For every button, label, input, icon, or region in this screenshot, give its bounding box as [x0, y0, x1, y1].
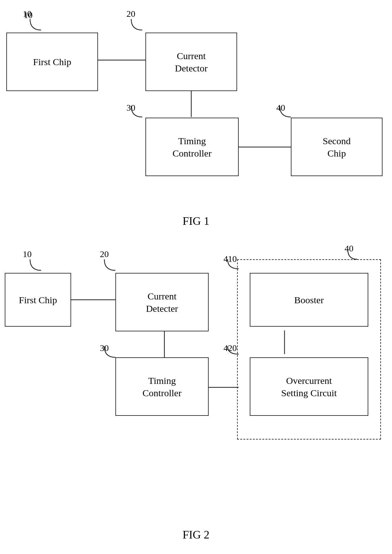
fig2-first-chip-label: First Chip — [19, 294, 57, 306]
fig1-first-chip-label: First Chip — [33, 56, 71, 68]
fig2-overcurrent-block: Overcurrent Setting Circuit — [250, 357, 368, 416]
fig1-first-chip-block: First Chip — [6, 33, 98, 91]
fig1-second-chip-label: Second Chip — [323, 135, 351, 159]
fig1-second-chip-block: Second Chip — [291, 118, 383, 176]
fig1-caption: FIG 1 — [182, 214, 209, 228]
fig1-ref-10: 10 — [23, 9, 32, 19]
fig2-ref-20: 20 — [100, 249, 109, 259]
fig2-ref-10: 10 — [23, 249, 32, 259]
fig2-booster-label: Booster — [294, 294, 324, 306]
fig2-ref-30: 30 — [100, 343, 109, 353]
fig2-first-chip-block: First Chip — [5, 273, 71, 327]
fig1-current-detector-label: Current Detector — [175, 50, 207, 74]
fig2-current-detecter-label: Current Detecter — [146, 290, 178, 315]
fig1-timing-controller-block: Timing Controller — [145, 118, 239, 176]
fig1-ref-30: 30 — [126, 103, 135, 113]
fig1-ref-20: 20 — [126, 9, 135, 19]
fig1-current-detector-block: Current Detector — [145, 33, 237, 91]
fig2-ref-420: 420 — [224, 343, 237, 353]
fig1-timing-controller-label: Timing Controller — [173, 135, 211, 159]
fig2-timing-controller-block: Timing Controller — [115, 357, 209, 416]
fig2-timing-controller-label: Timing Controller — [143, 374, 181, 399]
fig2-ref-40: 40 — [345, 243, 353, 254]
fig2-caption: FIG 2 — [182, 528, 209, 541]
fig1-diagram: 10 10 20 30 40 First Chip Current Detect… — [0, 0, 392, 240]
fig2-overcurrent-label: Overcurrent Setting Circuit — [281, 374, 337, 399]
fig2-booster-block: Booster — [250, 273, 368, 327]
fig2-current-detecter-block: Current Detecter — [115, 273, 209, 331]
fig1-ref-40: 40 — [276, 103, 285, 113]
fig2-ref-410: 410 — [224, 254, 237, 264]
fig2-diagram: 10 20 30 40 410 420 First Chip Current D… — [0, 240, 392, 554]
